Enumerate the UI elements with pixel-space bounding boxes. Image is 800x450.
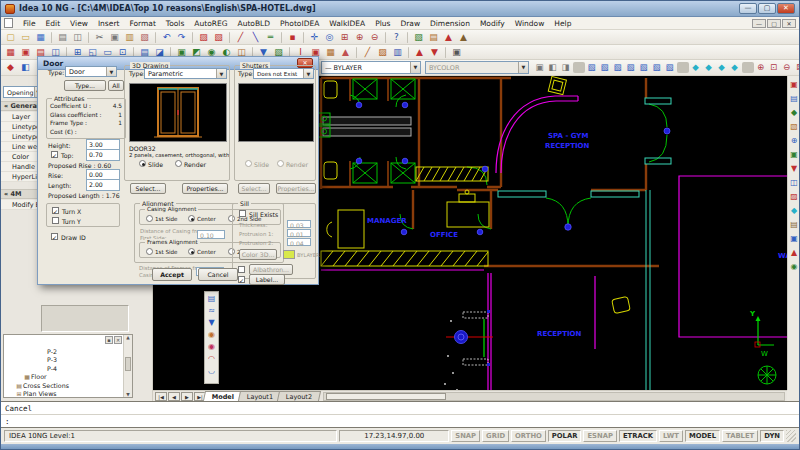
color-swatch[interactable] bbox=[283, 250, 295, 259]
maximize-button[interactable]: ▢ bbox=[758, 3, 776, 14]
menu-item[interactable]: Edit bbox=[41, 19, 66, 28]
tool-red-icon[interactable]: ◆ bbox=[4, 61, 17, 74]
tree-item[interactable]: P-3 bbox=[5, 356, 123, 365]
menu-item[interactable]: AutoREG bbox=[189, 19, 232, 28]
dropdown-arrow-icon[interactable]: ▼ bbox=[216, 69, 226, 78]
label-checkbox[interactable] bbox=[238, 276, 245, 283]
rt-icon[interactable]: ◉ bbox=[789, 261, 800, 273]
paste-icon[interactable]: ▥ bbox=[123, 31, 136, 44]
render-radio[interactable] bbox=[175, 160, 182, 167]
view-3d-icon[interactable]: ▧ bbox=[664, 61, 676, 74]
cut-icon[interactable]: ✂ bbox=[93, 31, 106, 44]
frames-center-radio[interactable] bbox=[188, 248, 195, 255]
tab-first-icon[interactable]: |◀ bbox=[155, 392, 167, 401]
status-toggle[interactable]: ETRACK bbox=[619, 430, 657, 442]
status-toggle[interactable]: POLAR bbox=[548, 430, 582, 442]
multiline-icon[interactable]: ═ bbox=[264, 31, 277, 44]
tree-item[interactable]: ⊞ Plan Views bbox=[5, 390, 123, 399]
command-line-panel[interactable]: Cancel : bbox=[1, 401, 799, 428]
copy-icon[interactable]: ▣ bbox=[108, 31, 121, 44]
rt-icon[interactable]: ▣ bbox=[789, 149, 800, 161]
menu-item[interactable]: Help bbox=[549, 19, 576, 28]
properties-button[interactable]: Properties... bbox=[182, 183, 228, 194]
warning-icon[interactable]: ▲ bbox=[442, 31, 455, 44]
menu-item[interactable]: Insert bbox=[93, 19, 125, 28]
pencil2-icon[interactable]: ╱ bbox=[361, 46, 374, 59]
horizontal-scrollbar[interactable] bbox=[323, 392, 785, 401]
undo-icon[interactable]: ↶ bbox=[160, 31, 173, 44]
status-toggle[interactable]: MODEL bbox=[685, 430, 720, 442]
pal-icon[interactable]: ◡ bbox=[206, 365, 217, 377]
window-icon[interactable]: ▣ bbox=[19, 46, 32, 59]
zoom-window-icon[interactable]: ⊞ bbox=[338, 31, 351, 44]
rt-icon[interactable]: ◫ bbox=[789, 177, 800, 189]
iso-view-icon[interactable]: ◆ bbox=[703, 61, 715, 74]
zoom-out-icon[interactable]: ⊖ bbox=[368, 31, 381, 44]
publish-icon[interactable]: ▧ bbox=[212, 31, 225, 44]
menu-item[interactable]: Format bbox=[124, 19, 160, 28]
plot-icon[interactable]: ▨ bbox=[197, 31, 210, 44]
casing-center-radio[interactable] bbox=[188, 215, 195, 222]
tree-pin-icon[interactable]: ▪ bbox=[105, 336, 113, 344]
top-checkbox[interactable] bbox=[51, 151, 58, 158]
rt-icon[interactable]: ▣ bbox=[789, 233, 800, 245]
pal-icon[interactable]: ▤ bbox=[206, 293, 217, 305]
tree-scrollbar[interactable]: ▲ ▼ bbox=[123, 335, 132, 397]
rt-icon[interactable]: ◆ bbox=[789, 107, 800, 119]
match-properties-icon[interactable]: ▪ bbox=[286, 31, 299, 44]
orbit-icon[interactable]: ◎ bbox=[323, 31, 336, 44]
all-button[interactable]: All bbox=[108, 80, 124, 91]
tree-item[interactable]: ▦ Floor bbox=[5, 373, 123, 382]
command-prompt[interactable]: : bbox=[1, 415, 799, 428]
accept-button[interactable]: Accept bbox=[152, 268, 192, 281]
menu-item[interactable]: Tools bbox=[161, 19, 189, 28]
view-3d-icon[interactable]: ▧ bbox=[638, 61, 650, 74]
wall-icon[interactable]: ▦ bbox=[4, 46, 17, 59]
tab-next-icon[interactable]: ▶ bbox=[181, 392, 193, 401]
pan-icon[interactable]: ✛ bbox=[308, 31, 321, 44]
label-button[interactable]: Label... bbox=[249, 274, 285, 285]
tree-close-icon[interactable]: ✕ bbox=[114, 336, 122, 344]
save-icon[interactable]: ▦ bbox=[34, 31, 47, 44]
format-icon[interactable]: ▥ bbox=[391, 46, 404, 59]
top-field[interactable]: 0.70 bbox=[86, 149, 120, 161]
redo-icon[interactable]: ↷ bbox=[175, 31, 188, 44]
pal-icon[interactable]: ◉ bbox=[206, 341, 217, 353]
tab-prev-icon[interactable]: ◀ bbox=[168, 392, 180, 401]
status-toggle[interactable]: LWT bbox=[659, 430, 683, 442]
print-icon[interactable]: ▤ bbox=[56, 31, 69, 44]
menu-item[interactable]: AutoBLD bbox=[233, 19, 276, 28]
color-combo[interactable]: BYCOLOR ▼ bbox=[425, 61, 529, 74]
mdi-minimize-button[interactable]: — bbox=[752, 19, 766, 28]
layers-icon[interactable]: ▣ bbox=[450, 46, 463, 59]
table2-icon[interactable]: ▦ bbox=[324, 46, 337, 59]
help-icon[interactable]: ? bbox=[390, 31, 403, 44]
tree-item[interactable]: P-2 bbox=[5, 347, 123, 356]
rt-icon[interactable]: ⊕ bbox=[789, 135, 800, 147]
menu-item[interactable]: File bbox=[18, 19, 41, 28]
drawing3d-type-combo[interactable]: Parametric▼ bbox=[144, 68, 227, 79]
type-button[interactable]: Type... bbox=[64, 80, 106, 91]
close-button[interactable]: ✕ bbox=[777, 3, 795, 14]
menu-item[interactable]: Plus bbox=[370, 19, 395, 28]
door-type-combo[interactable]: Door▼ bbox=[65, 66, 117, 77]
rt-icon[interactable]: ▤ bbox=[789, 93, 800, 105]
casing-1st-radio[interactable] bbox=[146, 215, 153, 222]
new-icon[interactable]: ▢ bbox=[4, 31, 17, 44]
iso-view-icon[interactable]: ◆ bbox=[729, 61, 741, 74]
view-3d-icon[interactable]: ▧ bbox=[599, 61, 611, 74]
print-preview-icon[interactable]: ◫ bbox=[71, 31, 84, 44]
rt-icon[interactable]: ▧ bbox=[789, 121, 800, 133]
status-toggle[interactable]: TABLET bbox=[722, 430, 758, 442]
hatch-icon[interactable]: ▨ bbox=[376, 46, 389, 59]
resize-grip[interactable] bbox=[786, 430, 796, 442]
rt-icon[interactable]: ▤ bbox=[789, 219, 800, 231]
triangle-down-icon[interactable]: ▼ bbox=[428, 46, 441, 59]
menu-item[interactable]: Draw bbox=[395, 19, 425, 28]
view-3d-icon[interactable]: ▧ bbox=[625, 61, 637, 74]
rt-icon[interactable]: ▨ bbox=[789, 191, 800, 203]
select-button[interactable]: Select... bbox=[130, 183, 166, 194]
length-field[interactable]: 2.00 bbox=[86, 179, 120, 191]
mdi-close-button[interactable]: ✕ bbox=[782, 19, 796, 28]
menu-item[interactable]: Modify bbox=[475, 19, 510, 28]
